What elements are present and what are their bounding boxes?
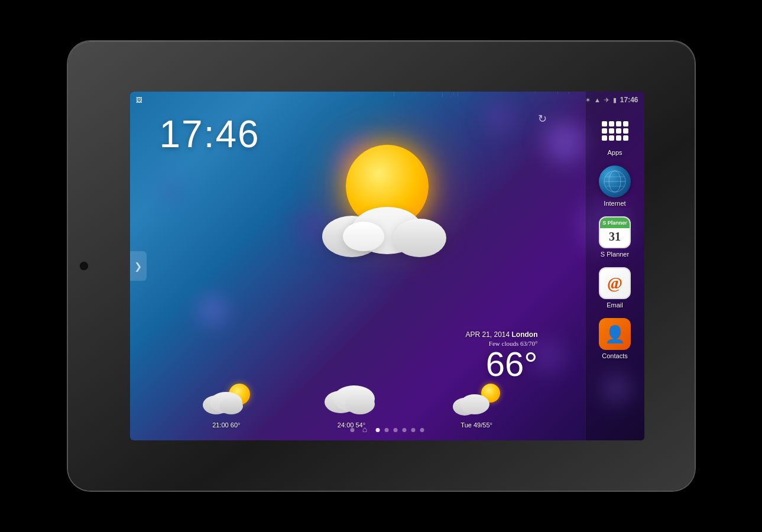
forecast-icon-2100	[203, 384, 250, 419]
apps-icon	[599, 115, 631, 147]
weather-temp-range: 63/70°	[520, 340, 537, 347]
nav-dot-4[interactable]	[384, 428, 388, 432]
email-icon: @	[599, 267, 631, 299]
bokeh-6	[201, 299, 225, 322]
status-bar: 🖼 ✶ ▲ ✈ ▮ 17:46	[130, 92, 644, 108]
nav-dot-3[interactable]	[375, 428, 380, 432]
email-at-symbol: @	[607, 274, 622, 293]
screen: 🖼 ✶ ▲ ✈ ▮ 17:46 17:46 ↻	[130, 92, 644, 440]
weather-date: APR 21, 2014	[465, 330, 510, 339]
splanner-date: 31	[609, 230, 621, 244]
screen-bezel: 🖼 ✶ ▲ ✈ ▮ 17:46 17:46 ↻	[130, 92, 644, 440]
nav-dot-6[interactable]	[402, 428, 406, 432]
right-sidebar: Apps Internet	[585, 92, 644, 440]
forecast-cloud-tue	[453, 391, 491, 419]
forecast-time-tue: Tue	[461, 421, 472, 429]
forecast-item-2100: 21:00 60°	[203, 384, 250, 429]
internet-icon	[599, 166, 631, 197]
forecast-icon-2400	[325, 381, 378, 419]
weather-main-visual	[248, 139, 526, 245]
sun-visual	[334, 139, 440, 245]
forecast-label-tue: Tue 49/55°	[461, 421, 492, 429]
nav-home-button[interactable]: ⌂	[359, 424, 371, 436]
cloud-blob-4	[343, 222, 384, 251]
splanner-icon: S Planner 31	[599, 216, 631, 248]
sidebar-item-splanner[interactable]: S Planner 31 S Planner	[596, 214, 633, 260]
main-cloud	[310, 204, 464, 263]
contacts-label: Contacts	[602, 352, 627, 359]
contacts-person-icon: 👤	[605, 325, 625, 344]
splanner-header: S Planner	[600, 218, 630, 228]
nav-dot-8[interactable]	[420, 428, 424, 432]
home-clock: 17:46	[160, 112, 260, 156]
bokeh-3	[544, 121, 585, 163]
weather-info-panel: APR 21, 2014 London Few clouds 63/70° 66…	[465, 330, 537, 381]
email-label: Email	[607, 301, 623, 309]
weather-description: Few clouds 63/70°	[465, 340, 537, 347]
sidebar-item-internet[interactable]: Internet	[596, 163, 633, 209]
globe-svg	[603, 170, 627, 193]
navigation-dots: ⌂	[350, 424, 424, 436]
splanner-label: S Planner	[601, 251, 629, 258]
screenshot-status-icon: 🖼	[136, 96, 142, 103]
status-bar-left-icons: 🖼	[136, 96, 142, 103]
apps-label: Apps	[607, 149, 622, 156]
tablet-device: 🖼 ✶ ▲ ✈ ▮ 17:46 17:46 ↻	[68, 41, 695, 491]
forecast-time-2100: 21:00	[212, 421, 229, 429]
forecast-cloud-2100	[203, 390, 244, 419]
bokeh-9	[160, 180, 180, 201]
nav-dot-7[interactable]	[411, 428, 415, 432]
forecast-temp-2100: 60°	[231, 421, 241, 429]
sidebar-item-apps[interactable]: Apps	[596, 112, 633, 158]
forecast-icon-tue	[453, 384, 500, 419]
forecast-cloud-2400	[325, 384, 378, 419]
weather-location: London	[512, 330, 538, 339]
forecast-label-2100: 21:00 60°	[212, 421, 240, 429]
left-nav-arrow[interactable]: ❯	[130, 251, 147, 281]
cloud-blob-3	[393, 219, 446, 257]
forecast-temp-tue: 49/55°	[474, 421, 492, 429]
weather-date-location: APR 21, 2014 London	[465, 330, 537, 339]
refresh-icon[interactable]: ↻	[538, 112, 547, 125]
forecast-item-2400: 24:00 54°	[325, 381, 378, 429]
nav-dot-5[interactable]	[393, 428, 397, 432]
internet-label: Internet	[604, 200, 625, 207]
sidebar-item-contacts[interactable]: 👤 Contacts	[596, 316, 633, 362]
forecast-item-tue: Tue 49/55°	[453, 384, 500, 429]
weather-desc-text: Few clouds	[489, 340, 518, 347]
temp-value: 66°	[486, 345, 538, 383]
apps-grid	[599, 119, 631, 143]
contacts-icon: 👤	[599, 318, 631, 350]
nav-dot-1[interactable]	[350, 428, 354, 432]
forecast-row: 21:00 60° 24:00 54°	[166, 381, 538, 429]
weather-current-temp: 66°	[465, 347, 537, 381]
sidebar-item-email[interactable]: @ Email	[596, 265, 633, 311]
